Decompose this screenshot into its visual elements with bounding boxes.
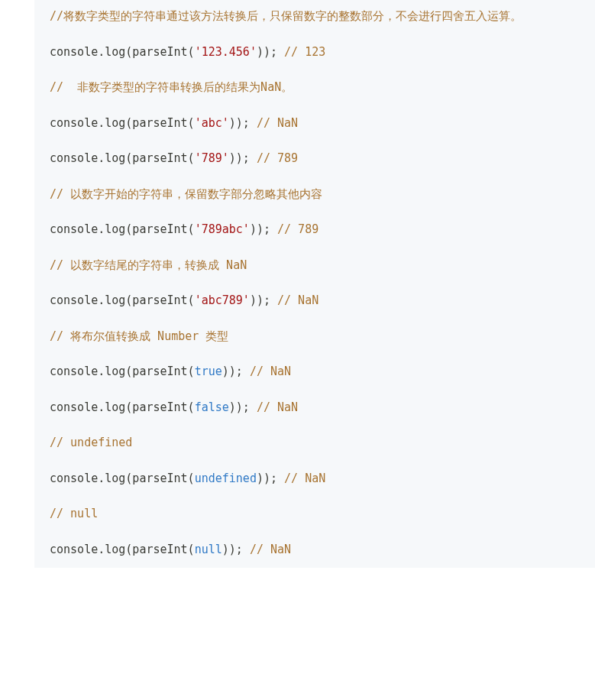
code-string: '123.456' (195, 45, 257, 59)
code-string: '789abc' (195, 222, 250, 236)
code-string: '789' (195, 151, 229, 165)
code-token: )); (222, 365, 250, 378)
left-gutter (0, 0, 34, 568)
code-comment: // NaN (277, 293, 319, 307)
code-token: )); (229, 151, 257, 165)
code-comment: // NaN (257, 116, 298, 130)
code-token: console.log(parseInt( (50, 400, 195, 414)
code-token: console.log(parseInt( (50, 116, 195, 130)
code-comment: // 789 (277, 222, 319, 236)
code-comment: // 将布尔值转换成 Number 类型 (50, 329, 228, 343)
code-token: console.log(parseInt( (50, 222, 195, 236)
code-block-container: //将数字类型的字符串通过该方法转换后，只保留数字的整数部分，不会进行四舍五入运… (0, 0, 595, 568)
code-token: console.log(parseInt( (50, 472, 195, 485)
code-comment: // 123 (284, 45, 325, 59)
code-block[interactable]: //将数字类型的字符串通过该方法转换后，只保留数字的整数部分，不会进行四舍五入运… (34, 0, 595, 568)
code-keyword: true (195, 365, 222, 378)
code-string: 'abc' (195, 116, 229, 130)
code-token: console.log(parseInt( (50, 293, 195, 307)
code-comment: // 非数字类型的字符串转换后的结果为NaN。 (50, 80, 293, 94)
code-token: )); (250, 293, 277, 307)
code-comment: //将数字类型的字符串通过该方法转换后，只保留数字的整数部分，不会进行四舍五入运… (50, 9, 522, 23)
code-token: console.log(parseInt( (50, 365, 195, 378)
code-keyword: undefined (195, 472, 257, 485)
code-comment: // NaN (250, 543, 291, 556)
code-token: )); (229, 400, 257, 414)
code-keyword: false (195, 400, 229, 414)
code-token: )); (229, 116, 257, 130)
code-token: )); (257, 472, 284, 485)
code-comment: // NaN (284, 472, 325, 485)
code-comment: // NaN (257, 400, 298, 414)
code-comment: // 以数字开始的字符串，保留数字部分忽略其他内容 (50, 187, 322, 201)
code-comment: // 789 (257, 151, 298, 165)
code-token: console.log(parseInt( (50, 543, 195, 556)
code-comment: // null (50, 507, 98, 520)
code-comment: // undefined (50, 436, 132, 449)
code-content: //将数字类型的字符串通过该方法转换后，只保留数字的整数部分，不会进行四舍五入运… (50, 8, 580, 559)
code-token: )); (250, 222, 277, 236)
code-token: console.log(parseInt( (50, 151, 195, 165)
code-token: )); (222, 543, 250, 556)
code-comment: // 以数字结尾的字符串，转换成 NaN (50, 258, 247, 272)
code-token: )); (257, 45, 284, 59)
code-keyword: null (195, 543, 222, 556)
code-string: 'abc789' (195, 293, 250, 307)
code-token: console.log(parseInt( (50, 45, 195, 59)
code-comment: // NaN (250, 365, 291, 378)
